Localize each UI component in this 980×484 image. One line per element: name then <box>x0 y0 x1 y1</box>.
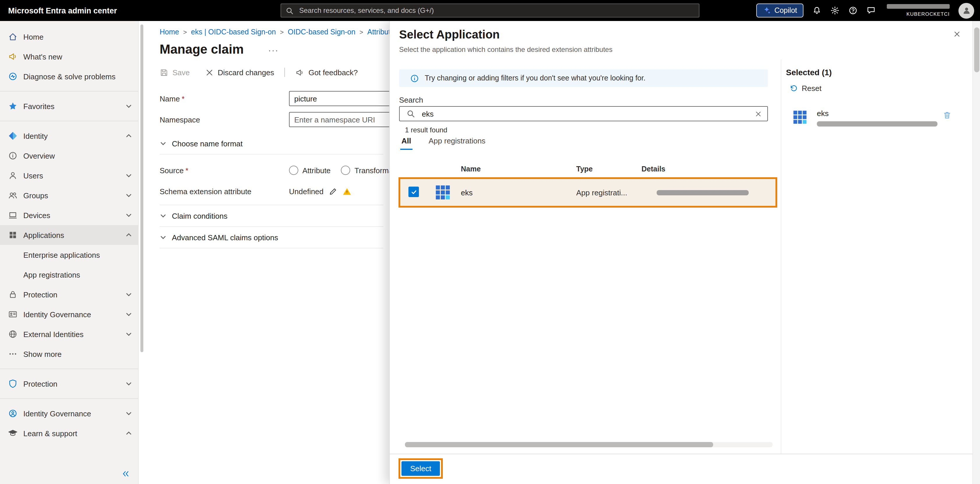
select-button[interactable]: Select <box>401 461 440 476</box>
chevron-up-icon <box>125 232 132 238</box>
chevron-down-icon <box>125 331 132 338</box>
sidebar-item-diagnose[interactable]: Diagnose & solve problems <box>0 67 138 86</box>
tab-all[interactable]: All <box>400 136 412 150</box>
sidebar-item-identity[interactable]: Identity <box>0 126 138 146</box>
clear-icon <box>755 110 762 117</box>
reset-label: Reset <box>802 84 821 93</box>
sidebar-item-protection[interactable]: Protection <box>0 284 138 304</box>
breadcrumb-home[interactable]: Home <box>160 28 179 36</box>
chevron-up-icon <box>125 430 132 437</box>
sidebar-item-label: App registrations <box>23 270 132 279</box>
reset-button[interactable]: Reset <box>789 84 964 93</box>
diagnose-icon <box>8 72 18 81</box>
topbar: Microsoft Entra admin center Copilot <box>0 0 980 21</box>
scrollbar-thumb[interactable] <box>974 27 979 72</box>
scrollbar-thumb[interactable] <box>405 442 713 447</box>
sidebar-item-label: Devices <box>23 211 125 220</box>
trash-icon <box>943 111 951 120</box>
table-row[interactable]: eks App registrati... <box>400 179 775 206</box>
tab-app-registrations[interactable]: App registrations <box>427 136 487 150</box>
got-feedback-button[interactable]: Got feedback? <box>296 68 358 77</box>
sidebar-item-label: External Identities <box>23 330 125 339</box>
identity-icon <box>8 131 18 141</box>
sidebar-item-protection-2[interactable]: Protection <box>0 374 138 394</box>
save-button[interactable]: Save <box>160 68 190 77</box>
claim-conditions-section[interactable]: Claim conditions <box>160 205 383 226</box>
info-banner: Try changing or adding filters if you do… <box>399 69 768 87</box>
sidebar-scrollbar[interactable] <box>140 24 143 352</box>
close-panel-button[interactable] <box>952 29 962 39</box>
select-application-panel: Select Application Select the applicatio… <box>389 21 972 484</box>
sidebar-item-show-more[interactable]: Show more <box>0 344 138 364</box>
advanced-saml-options-label: Advanced SAML claims options <box>172 233 278 242</box>
discard-changes-button[interactable]: Discard changes <box>205 68 274 77</box>
sidebar-item-overview[interactable]: Overview <box>0 146 138 166</box>
chevron-down-icon <box>125 172 132 179</box>
sidebar-item-identity-governance[interactable]: Identity Governance <box>0 304 138 324</box>
copilot-button[interactable]: Copilot <box>756 3 803 18</box>
horizontal-scrollbar[interactable] <box>405 442 773 447</box>
app-title[interactable]: Microsoft Entra admin center <box>8 0 117 21</box>
sidebar-item-external-identities[interactable]: External Identities <box>0 324 138 344</box>
notifications-button[interactable] <box>812 6 821 15</box>
screen: Microsoft Entra admin center Copilot <box>0 0 980 484</box>
sidebar-item-label: Groups <box>23 191 125 200</box>
breadcrumb-separator: > <box>280 29 284 35</box>
feedback-button[interactable] <box>866 6 876 15</box>
globe-icon <box>8 329 18 339</box>
row-checkbox[interactable] <box>409 187 419 197</box>
breadcrumb-oidc-signon[interactable]: OIDC-based Sign-on <box>288 28 355 36</box>
person-icon <box>962 6 971 15</box>
clear-search-button[interactable] <box>749 110 767 117</box>
applications-icon <box>8 230 18 240</box>
more-options-button[interactable]: ··· <box>268 45 279 54</box>
settings-button[interactable] <box>830 6 840 15</box>
sidebar-item-enterprise-applications[interactable]: Enterprise applications <box>0 245 138 265</box>
help-button[interactable] <box>848 6 858 15</box>
account-info[interactable]: KUBEROCKETCI <box>887 4 950 17</box>
page-scrollbar[interactable] <box>972 21 980 484</box>
scrollbar-thumb[interactable] <box>140 24 143 352</box>
app-icon <box>434 184 452 201</box>
column-header-type: Type <box>576 165 593 173</box>
breadcrumb-eks-oidc[interactable]: eks | OIDC-based Sign-on <box>191 28 276 36</box>
sidebar-item-learn-support[interactable]: Learn & support <box>0 423 138 443</box>
remove-selected-button[interactable] <box>943 111 951 120</box>
breadcrumb-separator: > <box>183 29 187 35</box>
application-search-input[interactable] <box>421 109 749 119</box>
sidebar-item-favorites[interactable]: Favorites <box>0 96 138 116</box>
global-search[interactable] <box>280 3 700 18</box>
source-attribute-radio[interactable] <box>289 166 298 175</box>
divider <box>0 369 138 369</box>
more-dots-icon <box>8 349 18 359</box>
selected-items-panel: Selected (1) Reset eks <box>786 68 964 126</box>
chevron-down-icon <box>125 311 132 318</box>
bell-icon <box>812 6 821 15</box>
chevron-down-icon <box>160 140 167 147</box>
advanced-saml-options-section[interactable]: Advanced SAML claims options <box>160 227 383 248</box>
sidebar-item-groups[interactable]: Groups <box>0 185 138 205</box>
divider <box>160 248 383 248</box>
sidebar-item-app-registrations[interactable]: App registrations <box>0 265 138 284</box>
application-search-box[interactable] <box>399 106 768 121</box>
source-transformation-radio[interactable] <box>341 166 350 175</box>
selected-title: Selected (1) <box>786 68 964 77</box>
row-details-redacted <box>657 190 749 195</box>
sidebar-item-label: Users <box>23 171 125 180</box>
breadcrumb-separator: > <box>360 29 363 35</box>
sidebar-item-whats-new[interactable]: What's new <box>0 47 138 67</box>
selected-item: eks <box>786 109 964 126</box>
divider <box>781 59 781 454</box>
sidebar-item-applications[interactable]: Applications <box>0 225 138 245</box>
global-search-input[interactable] <box>298 6 694 15</box>
choose-name-format-section[interactable]: Choose name format <box>160 133 383 154</box>
avatar[interactable] <box>958 3 974 18</box>
edit-pencil-icon[interactable] <box>329 187 338 196</box>
sidebar-item-users[interactable]: Users <box>0 166 138 185</box>
divider <box>0 398 138 399</box>
sidebar-item-home[interactable]: Home <box>0 27 138 47</box>
sidebar-item-identity-governance-2[interactable]: Identity Governance <box>0 404 138 423</box>
sidebar-item-devices[interactable]: Devices <box>0 205 138 225</box>
choose-name-format-label: Choose name format <box>172 139 243 148</box>
sidebar-collapse-button[interactable] <box>120 468 131 479</box>
